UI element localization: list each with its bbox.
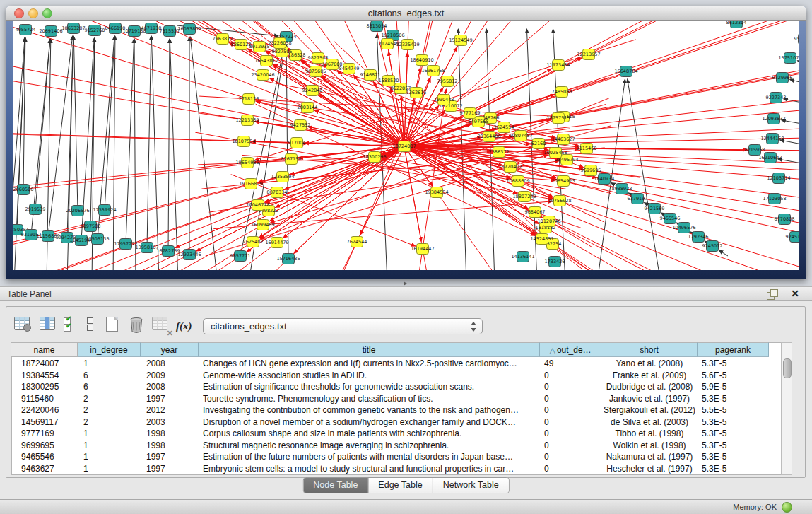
- graph-node[interactable]: 15716485: [276, 254, 300, 264]
- cell-pagerank[interactable]: 5.5E-5: [702, 404, 769, 416]
- float-panel-icon[interactable]: [767, 289, 778, 299]
- graph-node[interactable]: 9152760: [85, 25, 105, 36]
- cell-title[interactable]: Changes of HCN gene expression and I(f) …: [203, 358, 540, 370]
- column-header-pagerank[interactable]: pagerank: [698, 342, 769, 357]
- cell-year[interactable]: 2008: [146, 358, 199, 370]
- graph-node[interactable]: 7955812: [437, 76, 458, 87]
- column-header-title[interactable]: title: [199, 342, 540, 357]
- cell-in_degree[interactable]: 6: [83, 370, 141, 382]
- cell-title[interactable]: Estimation of the future numbers of pati…: [203, 451, 540, 463]
- close-panel-icon[interactable]: ✕: [791, 288, 799, 299]
- cell-year[interactable]: 1997: [146, 393, 199, 405]
- cell-short[interactable]: Wolkin et al. (1998): [601, 440, 698, 452]
- tab-edge-table[interactable]: Edge Table: [368, 478, 433, 493]
- table-row[interactable]: 1938455462009Genome-wide association stu…: [11, 370, 780, 382]
- column-header-in_degree[interactable]: in_degree: [78, 342, 141, 357]
- tab-node-table[interactable]: Node Table: [303, 478, 368, 493]
- graph-node[interactable]: 23420046: [251, 70, 274, 81]
- graph-node[interactable]: 8267150: [281, 154, 302, 165]
- graph-node[interactable]: 19166829: [239, 179, 262, 189]
- cell-title[interactable]: Genome-wide association studies in ADHD.: [203, 370, 540, 382]
- graph-node[interactable]: 12923446: [177, 250, 201, 260]
- graph-node[interactable]: 12093832: [762, 114, 785, 124]
- function-builder-icon[interactable]: f(x): [176, 317, 194, 335]
- cell-year[interactable]: 1997: [146, 451, 199, 463]
- cell-title[interactable]: Investigating the contribution of common…: [203, 404, 540, 416]
- cell-title[interactable]: Corpus callosum shape and size in male p…: [203, 428, 540, 440]
- graph-node[interactable]: 13958167: [135, 243, 158, 253]
- cell-short[interactable]: Tibbo et al. (1998): [601, 428, 698, 440]
- cell-in_degree[interactable]: 1: [83, 440, 141, 452]
- graph-node[interactable]: 15124549: [449, 35, 472, 46]
- cell-short[interactable]: de Silva et al. (2003): [601, 416, 698, 428]
- graph-node[interactable]: 12325419: [396, 40, 419, 50]
- graph-node[interactable]: 12213389: [235, 115, 259, 126]
- cell-year[interactable]: 1997: [146, 463, 199, 475]
- delete-trash-icon[interactable]: [129, 317, 147, 335]
- table-row[interactable]: 946362711997Embryonic stem cells: a mode…: [11, 463, 780, 475]
- graph-node[interactable]: 16053809: [177, 24, 201, 35]
- cell-out_de[interactable]: 0: [544, 416, 601, 428]
- cell-in_degree[interactable]: 2: [83, 393, 141, 405]
- cell-out_de[interactable]: 0: [544, 440, 601, 452]
- cell-out_de[interactable]: 0: [544, 393, 601, 405]
- table-row[interactable]: 1872400712008Changes of HCN gene express…: [11, 358, 780, 370]
- table-row[interactable]: 1456911722003Disruption of a novel membe…: [11, 416, 780, 428]
- graph-node[interactable]: 18640910: [410, 55, 433, 66]
- cell-name[interactable]: 9699695: [21, 440, 78, 452]
- column-header-year[interactable]: year: [141, 342, 199, 357]
- cell-name[interactable]: 22420046: [21, 404, 78, 416]
- cell-out_de[interactable]: 0: [544, 428, 601, 440]
- cell-name[interactable]: 9777169: [21, 428, 78, 440]
- cell-pagerank[interactable]: 5.3E-5: [702, 428, 769, 440]
- cell-short[interactable]: Yano et al. (2008): [601, 358, 698, 370]
- graph-node[interactable]: 7963822: [213, 34, 233, 45]
- table-settings-icon[interactable]: [14, 317, 33, 335]
- table-row[interactable]: 2242004622012Investigating the contribut…: [11, 404, 780, 416]
- show-column-icon[interactable]: [40, 317, 58, 335]
- cell-name[interactable]: 19384554: [21, 370, 78, 382]
- graph-node[interactable]: 6770808: [775, 214, 795, 225]
- cell-out_de[interactable]: 49: [544, 358, 601, 370]
- cell-short[interactable]: Dudbridge et al. (2008): [601, 381, 698, 393]
- cell-year[interactable]: 1998: [146, 440, 199, 452]
- cell-name[interactable]: 9463627: [21, 463, 78, 475]
- network-window-titlebar[interactable]: citations_edges.txt: [6, 6, 806, 21]
- graph-node[interactable]: 3624554: [494, 122, 514, 133]
- cell-in_degree[interactable]: 2: [83, 416, 141, 428]
- cell-out_de[interactable]: 0: [544, 463, 601, 475]
- cell-name[interactable]: 9465546: [21, 451, 78, 463]
- graph-node[interactable]: 7515527: [160, 26, 180, 37]
- graph-node[interactable]: 2919539: [25, 204, 46, 215]
- network-view-window[interactable]: 4955724206914061065328791527606466190107…: [6, 6, 806, 279]
- graph-node[interactable]: 14136141: [511, 252, 534, 262]
- cell-pagerank[interactable]: 5.3E-5: [702, 451, 769, 463]
- cell-title[interactable]: Tourette syndrome. Phenomenology and cla…: [203, 393, 540, 405]
- graph-node[interactable]: 9115460: [577, 144, 597, 154]
- cell-in_degree[interactable]: 1: [83, 358, 141, 370]
- cell-title[interactable]: Structural magnetic resonance image aver…: [203, 440, 540, 452]
- cell-name[interactable]: 18300295: [21, 381, 78, 393]
- cell-out_de[interactable]: 0: [544, 451, 601, 463]
- cell-short[interactable]: Jankovic et al. (1997): [601, 393, 698, 405]
- graph-node[interactable]: 16961758: [421, 66, 445, 76]
- vertical-scrollbar[interactable]: [781, 342, 792, 475]
- graph-node[interactable]: 9699695: [581, 165, 601, 176]
- cell-pagerank[interactable]: 5.6E-5: [702, 370, 769, 382]
- graph-node[interactable]: 20691406: [39, 26, 62, 37]
- table-row[interactable]: 977716911998Corpus callosum shape and si…: [11, 428, 780, 440]
- cell-name[interactable]: 14569117: [21, 416, 78, 428]
- cell-in_degree[interactable]: 1: [83, 428, 141, 440]
- graph-node[interactable]: 8878334: [267, 187, 288, 198]
- column-header-name[interactable]: name: [11, 342, 78, 357]
- graph-node[interactable]: 8215958: [745, 145, 765, 156]
- graph-node[interactable]: 17957272: [114, 239, 137, 250]
- graph-node[interactable]: 9227343: [766, 93, 787, 103]
- cell-pagerank[interactable]: 5.3E-5: [702, 440, 769, 452]
- tab-network-table[interactable]: Network Table: [433, 478, 509, 493]
- scrollbar-thumb[interactable]: [783, 358, 792, 378]
- table-selector-dropdown[interactable]: citations_edges.txt: [203, 318, 483, 334]
- cell-short[interactable]: Franke et al. (2009): [601, 370, 698, 382]
- table-row[interactable]: 1830029562008Estimation of significance …: [11, 381, 780, 393]
- cell-short[interactable]: Nakamura et al. (1997): [601, 451, 698, 463]
